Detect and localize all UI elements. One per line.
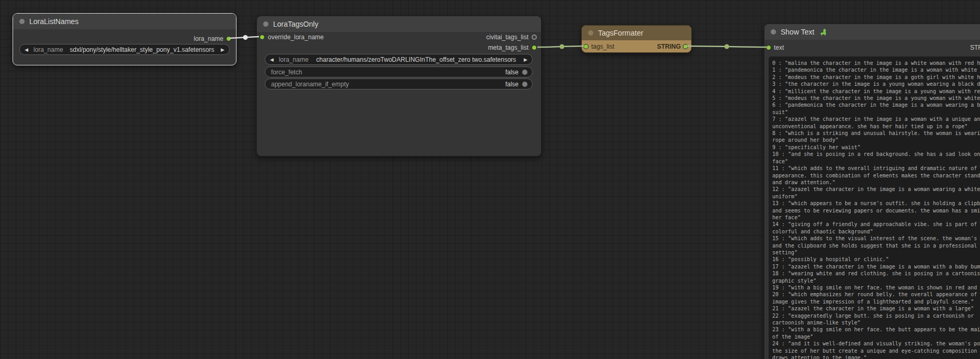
widget-label: lora_name bbox=[33, 46, 63, 53]
text-line: the size of her butt create a unique and… bbox=[772, 347, 980, 354]
output-slot-label-lora-name: lora_name bbox=[194, 35, 223, 42]
text-line: uniform" bbox=[772, 193, 980, 200]
text-line: her face" bbox=[772, 214, 980, 221]
output-slot-meta-tags-list[interactable] bbox=[532, 45, 537, 50]
text-line: setting" bbox=[772, 249, 980, 256]
text-line: 6 : "pandemonica the character in the im… bbox=[772, 102, 980, 108]
link-midpoint-dot[interactable] bbox=[725, 44, 729, 49]
text-line: colorful and chaotic background" bbox=[772, 228, 980, 235]
text-line: and the clipboard she holds suggest that… bbox=[772, 242, 980, 249]
text-line: 17 : "azazel the character in the image … bbox=[772, 263, 980, 270]
widget-append-loraname-if-empty-toggle[interactable]: append_loraname_if_empty false bbox=[265, 78, 533, 89]
text-line: 8 : "which is a striking and unusual hai… bbox=[772, 130, 980, 137]
input-slot-label-text: text bbox=[774, 44, 784, 51]
combo-right-arrow-icon[interactable]: ▶ bbox=[221, 47, 224, 52]
link-wire-meta-tags-list[interactable] bbox=[537, 46, 584, 47]
text-line: appearance. this combination of elements… bbox=[772, 172, 980, 179]
text-line: 24 : "and it is well-defined and visuall… bbox=[772, 340, 980, 347]
node-title: LoraTagsOnly bbox=[273, 20, 318, 28]
node-title-bar[interactable]: LoraListNames bbox=[13, 14, 236, 29]
collapse-dot-icon[interactable] bbox=[263, 21, 268, 27]
output-slot-label-string: STRING bbox=[657, 43, 681, 50]
output-slot-civitai-tags-list[interactable] bbox=[532, 35, 537, 40]
collapse-dot-icon[interactable] bbox=[771, 29, 776, 35]
text-line: 1 : "pandemonica the character in the im… bbox=[772, 66, 980, 73]
widget-force-fetch-toggle[interactable]: force_fetch false bbox=[265, 66, 533, 77]
input-slot-text[interactable] bbox=[766, 45, 771, 50]
text-line: 4 : "millicent the character in the imag… bbox=[772, 88, 980, 95]
node-title-bar[interactable]: LoraTagsOnly bbox=[257, 16, 541, 32]
text-line: image gives the impression of a lighthea… bbox=[772, 298, 980, 305]
llama-icon bbox=[820, 28, 828, 36]
text-line: 9 : "specifically her waist" bbox=[772, 144, 980, 151]
text-line: 15 : "which adds to the visual interest … bbox=[772, 235, 980, 242]
text-line: 11 : "which adds to the overall intrigui… bbox=[772, 165, 980, 172]
widget-label: force_fetch bbox=[271, 69, 302, 76]
output-slot-string[interactable] bbox=[683, 44, 688, 49]
link-midpoint-dot[interactable] bbox=[560, 44, 565, 49]
text-line: 13 : "which appears to be a nurse's outf… bbox=[772, 200, 980, 207]
input-slot-label-tags-list: tags_list bbox=[591, 43, 614, 50]
output-slot-label-civitai-tags-list: civitai_tags_list bbox=[486, 33, 528, 41]
text-line: suit" bbox=[772, 109, 980, 116]
text-line: cartoonish anime-like style" bbox=[772, 319, 980, 326]
text-line: 14 : "giving off a friendly and approach… bbox=[772, 221, 980, 228]
text-line: face" bbox=[772, 158, 980, 165]
node-title: Show Text bbox=[781, 28, 814, 36]
text-line: 23 : "with a big smile on her face. the … bbox=[772, 326, 980, 333]
node-graph-canvas[interactable]: LoraListNames lora_name ◀ lora_name sdxl… bbox=[0, 0, 980, 359]
node-title: TagsFormater bbox=[598, 29, 643, 37]
text-line: draws attention to the image." bbox=[772, 354, 980, 359]
collapse-dot-icon[interactable] bbox=[19, 19, 25, 24]
text-line: 21 : "azazel the character in the image … bbox=[772, 305, 980, 312]
link-midpoint-dot[interactable] bbox=[243, 35, 248, 40]
text-line: 19 : "with a big smile on her face. the … bbox=[772, 284, 980, 291]
text-line: 0 : "malina the character in the image i… bbox=[772, 60, 980, 66]
text-line: graphic style" bbox=[772, 277, 980, 284]
widget-lora-name-combo[interactable]: ◀ lora_name character/humans/zeroTwoDARL… bbox=[265, 54, 533, 65]
node-title: LoraListNames bbox=[29, 17, 78, 26]
text-line: 7 : "azazel the character in the image i… bbox=[772, 116, 980, 122]
text-line: 18 : "wearing white and red clothing. sh… bbox=[772, 270, 980, 277]
text-line: 5 : "modeus the character in the image i… bbox=[772, 95, 980, 102]
output-slot-lora-name[interactable] bbox=[226, 36, 231, 41]
input-slot-label-override-lora-name: override_lora_name bbox=[268, 33, 324, 41]
widget-value: false bbox=[505, 69, 519, 76]
node-loralistnames[interactable]: LoraListNames lora_name ◀ lora_name sdxl… bbox=[13, 13, 236, 65]
node-show-text[interactable]: Show Text text STRING 0 : "malina the ch… bbox=[764, 24, 980, 359]
node-title-bar[interactable]: Show Text bbox=[764, 24, 980, 40]
output-slot-label-string: STRING bbox=[970, 44, 980, 51]
widget-value: false bbox=[505, 81, 519, 88]
link-wire-string[interactable] bbox=[686, 46, 767, 47]
combo-left-arrow-icon[interactable]: ◀ bbox=[25, 47, 28, 52]
text-line: 12 : "azazel the character in the image … bbox=[772, 186, 980, 193]
node-title-bar[interactable]: TagsFormater bbox=[582, 26, 691, 40]
text-line: unconventional appearance. she has her h… bbox=[772, 123, 980, 130]
collapse-dot-icon[interactable] bbox=[588, 30, 593, 36]
text-line: 3 : "the character in the image is a you… bbox=[772, 81, 980, 87]
toggle-knob-icon[interactable] bbox=[522, 82, 527, 87]
text-line: 16 : "possibly a hospital or clinic." bbox=[772, 256, 980, 263]
input-slot-override-lora-name[interactable] bbox=[260, 35, 265, 40]
combo-right-arrow-icon[interactable]: ▶ bbox=[524, 57, 527, 62]
widget-label: append_loraname_if_empty bbox=[271, 81, 349, 88]
node-loratagsonly[interactable]: LoraTagsOnly override_lora_name civitai_… bbox=[256, 16, 542, 156]
widget-value: character/humans/zeroTwoDARLINGInThe_off… bbox=[309, 56, 524, 63]
widget-value: sdxl/pony/style/helltaker_style_pony_v1.… bbox=[63, 46, 221, 53]
node-tagsformater[interactable]: TagsFormater tags_list STRING bbox=[581, 25, 692, 53]
text-line: and draw attention." bbox=[772, 179, 980, 186]
toggle-knob-icon[interactable] bbox=[522, 70, 527, 75]
text-line: 10 : "and she is posing in a red backgro… bbox=[772, 151, 980, 158]
output-slot-label-meta-tags-list: meta_tags_list bbox=[488, 44, 528, 51]
show-text-output-area[interactable]: 0 : "malina the character in the image i… bbox=[769, 57, 980, 359]
text-line: 20 : "which emphasizes her round belly. … bbox=[772, 291, 980, 298]
text-line: of the image" bbox=[772, 333, 980, 340]
combo-left-arrow-icon[interactable]: ◀ bbox=[270, 57, 274, 62]
text-line: and seems to be reviewing papers or docu… bbox=[772, 207, 980, 214]
text-line: 22 : "exaggeratedly large butt. she is p… bbox=[772, 312, 980, 319]
widget-lora-name-combo[interactable]: ◀ lora_name sdxl/pony/style/helltaker_st… bbox=[19, 44, 230, 55]
widget-label: lora_name bbox=[279, 56, 309, 63]
input-slot-tags-list[interactable] bbox=[583, 44, 589, 49]
text-line: rope around her body" bbox=[772, 137, 980, 143]
text-line: 2 : "modeus the character in the image i… bbox=[772, 74, 980, 81]
